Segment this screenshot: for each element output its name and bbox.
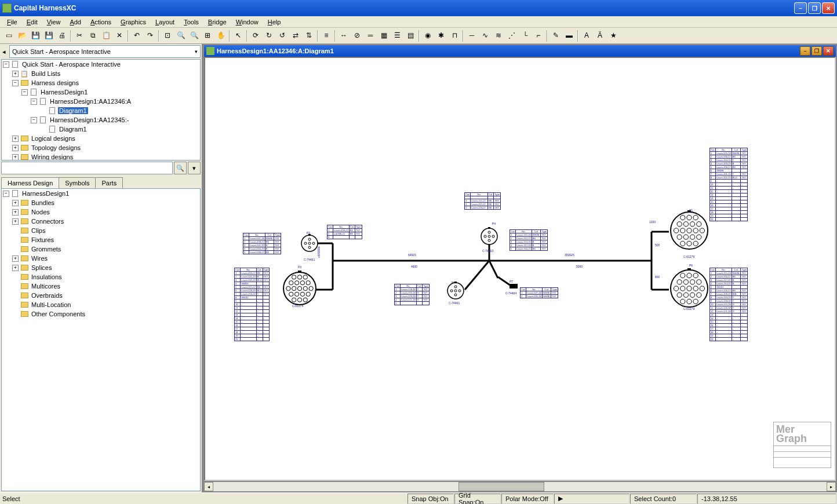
tree-toggle[interactable]: + [12,154,19,160]
toolbar-route-button[interactable]: └ [519,30,532,42]
project-tree[interactable]: −Quick Start - Aerospace Interactive +📋B… [1,59,201,160]
toolbar-wire-button[interactable]: ─ [465,30,478,42]
toolbar-flip-button[interactable]: ⇄ [289,30,302,42]
tree-build-lists[interactable]: Build Lists [30,70,61,77]
tree-toggle[interactable]: + [12,265,19,271]
toolbar-text-style-button[interactable]: Ä [594,30,606,42]
toolbar-symbol-button[interactable]: ★ [607,30,620,42]
toolbar-clip-button[interactable]: ⊓ [448,30,461,42]
status-polar-mode[interactable]: Polar Mode:Off [501,494,554,504]
toolbar-zoom-in-button[interactable]: 🔍 [174,30,187,42]
menu-window[interactable]: Window [231,17,263,27]
toolbar-bundle-button[interactable]: ═ [364,30,377,42]
tree2-overbraids[interactable]: Overbraids [30,292,64,299]
toolbar-redo-button[interactable]: ↷ [144,30,157,42]
toolbar-delete-button[interactable]: ✕ [113,30,126,42]
toolbar-cut-button[interactable]: ✂ [73,30,86,42]
tree2-splices[interactable]: Splices [30,264,53,271]
close-button[interactable]: ✕ [822,2,835,14]
doc-minimize-button[interactable]: – [800,46,810,56]
toolbar-zoom-window-button[interactable]: ⊞ [201,30,214,42]
toolbar-mirror-button[interactable]: ⇅ [303,30,315,42]
tree-toggle[interactable]: + [12,255,19,262]
toolbar-undo-button[interactable]: ↶ [130,30,143,42]
menu-view[interactable]: View [42,17,65,27]
toolbar-wire-dd-button[interactable]: ∿ [479,30,492,42]
menu-graphics[interactable]: Graphics [116,17,151,27]
menu-layout[interactable]: Layout [151,17,179,27]
toolbar-paste-button[interactable]: 📋 [100,30,112,42]
tree-toggle[interactable]: + [12,136,19,142]
toolbar-text-button[interactable]: A [580,30,593,42]
tree-hd1b[interactable]: HarnessDesign1:AA12345:- [49,116,130,123]
tree2-grommets[interactable]: Grommets [30,246,62,253]
toolbar-wire2-dd-button[interactable]: ≋ [492,30,505,42]
toolbar-rotate-cw-button[interactable]: ↻ [263,30,275,42]
toolbar-wire3-dd-button[interactable]: ⋰ [505,30,518,42]
tree-toggle[interactable]: + [12,209,19,216]
tree2-root[interactable]: HarnessDesign1 [21,190,70,197]
toolbar-route-dd-button[interactable]: ⌐ [532,30,545,42]
tab-parts[interactable]: Parts [95,177,123,188]
toolbar-new-button[interactable]: ▭ [2,30,15,42]
toolbar-bundle2-button[interactable]: ▦ [377,30,390,42]
toolbar-stack-button[interactable]: ☰ [391,30,403,42]
toolbar-break-button[interactable]: ⊘ [351,30,363,42]
minimize-button[interactable]: – [794,2,807,14]
status-snap-obj[interactable]: Snap Obj:On [407,494,454,504]
toolbar-zoom-out-button[interactable]: 🔍 [188,30,201,42]
menu-file[interactable]: File [2,17,22,27]
tree-toggle[interactable]: − [21,89,28,96]
status-grid-snap[interactable]: Grid Snap:On [454,494,501,504]
scroll-right-button[interactable]: ▸ [827,482,836,491]
tree-diagram1-selected[interactable]: Diagram1 [58,107,88,114]
toolbar-dimension-dd-button[interactable]: ↔ [337,30,350,42]
menu-tools[interactable]: Tools [179,17,203,27]
toolbar-save-all-button[interactable]: 💾 [42,30,55,42]
toolbar-table-button[interactable]: ▤ [404,30,417,42]
tree2-nodes[interactable]: Nodes [30,209,51,216]
menu-help[interactable]: Help [263,17,286,27]
tree-harness-designs[interactable]: Harness designs [30,79,80,86]
toolbar-connector-button[interactable]: ◉ [421,30,434,42]
tree-topology[interactable]: Topology designs [30,144,82,151]
tab-harness-design[interactable]: Harness Design [1,177,59,188]
status-play[interactable]: ▶ [554,494,629,504]
toolbar-rotate-ccw-button[interactable]: ↺ [276,30,289,42]
menu-edit[interactable]: Edit [22,17,42,27]
toolbar-print-button[interactable]: 🖨 [56,30,68,42]
doc-restore-button[interactable]: ❐ [811,46,822,56]
search-button[interactable]: 🔍 [174,162,187,174]
toolbar-align-button[interactable]: ≡ [320,30,333,42]
tree-toggle[interactable]: − [12,80,19,86]
tree-toggle[interactable]: + [12,71,19,77]
tree2-other-components[interactable]: Other Components [30,311,86,317]
search-input[interactable] [1,162,173,174]
diagram-canvas[interactable]: 64915 4600 5000 350625 x509399 1200 500 … [204,57,836,481]
menu-add[interactable]: Add [65,17,86,27]
toolbar-splice-button[interactable]: ✱ [435,30,447,42]
tree-diagram2[interactable]: Diagram1 [58,126,88,133]
scroll-thumb[interactable] [458,482,544,491]
toolbar-open-button[interactable]: 📂 [16,30,28,42]
tree-toggle[interactable]: − [31,117,37,123]
tree-toggle[interactable]: − [3,191,9,197]
toolbar-select-button[interactable]: ↖ [232,30,245,42]
tree-hd1[interactable]: HarnessDesign1 [39,89,89,96]
search-dropdown[interactable]: ▾ [188,162,201,174]
tree-root[interactable]: Quick Start - Aerospace Interactive [21,61,122,68]
tree-toggle[interactable]: + [12,200,19,206]
menu-actions[interactable]: Actions [86,17,116,27]
toolbar-edit-wire-button[interactable]: ✎ [549,30,562,42]
toolbar-copy-button[interactable]: ⧉ [86,30,99,42]
toolbar-zoom-extents-button[interactable]: ⊡ [161,30,174,42]
tree-logical[interactable]: Logical designs [30,135,77,142]
tree2-bundles[interactable]: Bundles [30,199,56,206]
tree2-multicores[interactable]: Multicores [30,283,61,290]
toolbar-wire-color-button[interactable]: ▬ [563,30,576,42]
toolbar-save-button[interactable]: 💾 [29,30,42,42]
tree-toggle[interactable]: + [12,145,19,151]
tree2-fixtures[interactable]: Fixtures [30,236,55,243]
tree2-insulations[interactable]: Insulations [30,273,63,280]
panel-collapse-arrow[interactable]: ◂ [0,48,8,56]
